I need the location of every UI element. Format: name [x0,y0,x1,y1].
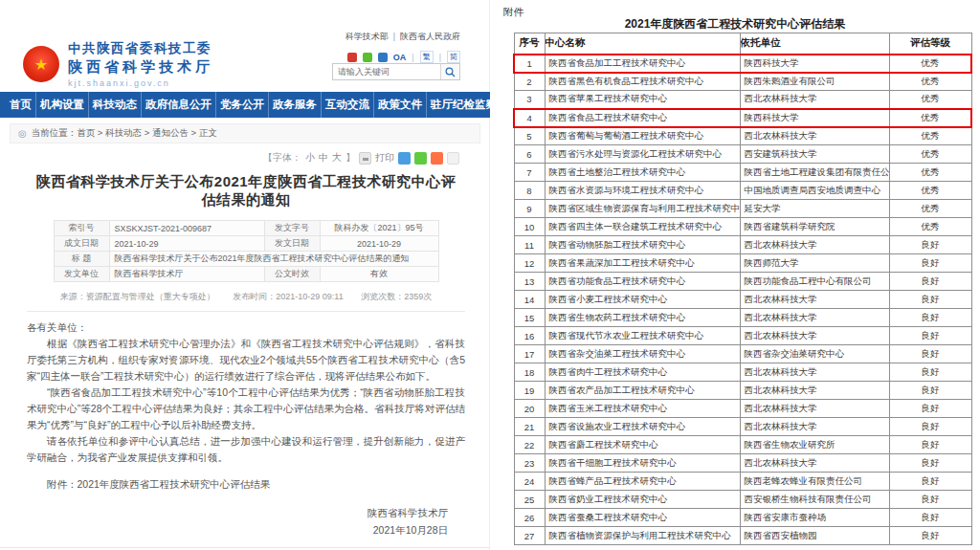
cell-center-name: 陕西省黑色有机食品工程技术研究中心 [545,73,740,91]
print-button[interactable]: 打印 [375,151,394,165]
cell-no: 25 [514,491,545,509]
cell-grade: 优秀 [889,200,971,218]
cell-no: 14 [514,291,545,309]
footer-divider [0,547,490,548]
wechat-icon[interactable] [363,53,372,62]
cell-no: 2 [514,73,545,91]
meta-docno-value: 陕科办发〔2021〕95号 [320,221,438,236]
cell-no: 13 [514,273,545,291]
cell-center-name: 陕西省食品加工工程技术研究中心 [545,55,740,73]
cell-center-name: 陕西省生物农药工程技术研究中心 [545,309,740,327]
mail-icon[interactable] [378,53,388,62]
font-small-button[interactable]: 小 [305,151,315,165]
meta-docno-label: 发文字号 [264,221,320,236]
table-row: 8 陕西省水资源与环境工程技术研究中心 中国地质调查局西安地质调查中心 优秀 [514,182,971,200]
share-qq-icon[interactable] [398,152,411,165]
cell-org: 西北农林科技大学 [740,127,889,145]
lang-traditional-toggle[interactable]: 繁 [420,51,434,63]
cell-org: 西北农林科技大学 [740,309,889,327]
nav-item[interactable]: 科技动态 [88,92,141,118]
weibo-icon[interactable] [347,53,357,62]
paragraph-1: 根据《陕西省工程技术研究中心管理办法》和《陕西省工程技术研究中心评估规则》，省科… [27,336,465,385]
cell-grade: 良好 [889,309,971,327]
cell-org: 陕西朱鹮酒业有限公司 [740,73,889,91]
cell-grade: 优秀 [889,73,971,91]
table-row: 20 陕西省玉米工程技术研究中心 西北农林科技大学 良好 [514,400,971,418]
cell-center-name: 陕西省土地整治工程技术研究中心 [545,164,740,182]
source: 来源：资源配置与管理处（重大专项处） [60,292,215,301]
salutation: 各有关单位： [27,319,465,336]
cell-grade: 良好 [889,291,971,309]
cell-grade: 良好 [889,236,971,254]
quick-icons: OA | 繁 | 简 [347,51,460,63]
cell-no: 11 [514,236,545,254]
nav-item[interactable]: 党务公开 [215,92,268,118]
cell-no: 4 [514,109,545,127]
search-icon [445,67,456,77]
national-emblem-icon: ★ [23,46,59,82]
meta-pubdate-label: 发文日期 [264,236,320,252]
top-link-most[interactable]: 科学技术部 [345,32,389,41]
cell-grade: 优秀 [889,109,971,127]
logo-line2: 陕西省科学技术厅 [68,58,213,77]
meta-unit-value: 陕西省科学技术厅 [109,267,264,282]
article-tools: 【字体： 小 中 大 】 打印 [27,151,465,165]
meta-date-label: 成文日期 [54,236,109,252]
oa-link[interactable]: OA [393,53,407,62]
top-link-gov[interactable]: 陕西省人民政府 [400,32,460,41]
cell-no: 12 [514,254,545,273]
lang-simplified-toggle[interactable]: 简 [447,51,460,63]
cell-grade: 良好 [889,400,971,418]
nav-item[interactable]: 机构设置 [35,92,88,118]
font-large-button[interactable]: 大 [332,151,342,165]
cell-no: 16 [514,327,545,345]
share-weibo-icon[interactable] [431,152,443,165]
table-row: 4 陕西省食品工程技术研究中心 陕西科技大学 优秀 [514,109,971,127]
search-button[interactable] [440,64,459,79]
font-size-label-close: 】 [345,151,355,165]
cell-no: 8 [514,182,545,200]
meta-title-label: 标 题 [54,252,109,267]
cell-grade: 优秀 [889,55,971,73]
cell-grade: 良好 [889,382,971,400]
nav-item[interactable]: 互动交流 [321,92,373,118]
cell-org: 延安大学 [740,200,889,218]
cell-grade: 良好 [889,473,971,491]
nav-item[interactable]: 政策文件 [373,92,426,118]
page-title: 陕西省科学技术厅关于公布2021年度陕西省工程技术研究中心评估结果的通知 [27,173,465,209]
nav-item[interactable]: 首页 [6,92,35,118]
print-icon[interactable] [359,152,371,165]
attachment-link[interactable]: 附件：2021年度陕西省工程技术研究中心评估结果 [27,478,465,492]
table-row: 2 陕西省黑色有机食品工程技术研究中心 陕西朱鹮酒业有限公司 优秀 [514,73,971,91]
cell-no: 19 [514,382,545,400]
nav-item[interactable]: 政府信息公开 [141,92,215,118]
cell-center-name: 陕西省肉牛工程技术研究中心 [545,363,740,382]
cell-org: 西北农林科技大学 [740,454,889,473]
cell-org: 陕西老蜂农蜂业有限责任公司 [740,473,889,491]
table-row: 23 陕西省干细胞工程技术研究中心 西北农林科技大学 良好 [514,454,971,473]
cell-org: 陕西省生物农业研究所 [740,436,889,454]
view-count: 浏览次数：2359次 [361,292,432,301]
cell-no: 27 [514,527,545,545]
table-row: 3 陕西省苹果工程技术研究中心 西北农林科技大学 优秀 [514,91,971,109]
cell-org: 西北农林科技大学 [740,400,889,418]
table-row: 26 陕西省蚕桑工程技术研究中心 陕西省安康市蚕种场 良好 [514,509,971,527]
nav-item[interactable]: 政务服务 [268,92,321,118]
cell-org: 西北农林科技大学 [740,91,889,109]
font-size-label: 【字体： [263,151,301,165]
share-wechat-icon[interactable] [414,152,427,165]
evaluation-table: 序号 中心名称 依托单位 评估等级 1 陕西省食品加工工程技术研究中心 陕西科技… [513,33,972,545]
breadcrumb-path[interactable]: 首页 > 科技动态 > 通知公告 > 正文 [77,127,216,140]
cell-org: 陕西功能食品工程中心有限公司 [740,273,889,291]
search-input[interactable] [333,64,440,79]
font-medium-button[interactable]: 中 [319,151,328,165]
table-row: 6 陕西省污水处理与资源化工程技术研究中心 西安建筑科技大学 优秀 [514,145,971,164]
signature-block: 陕西省科学技术厅 2021年10月28日 [27,504,465,539]
cell-no: 20 [514,400,545,418]
copy-link-icon[interactable] [447,152,459,165]
table-row: 21 陕西省设施农业工程技术研究中心 西北农林科技大学 良好 [514,418,971,436]
site-logo[interactable]: ★ 中共陕西省委科技工委 陕西省科学技术厅 kjt.shaanxi.gov.cn [23,40,213,88]
cell-no: 9 [514,200,545,218]
cell-grade: 优秀 [889,91,971,109]
logo-line1: 中共陕西省委科技工委 [68,40,213,57]
